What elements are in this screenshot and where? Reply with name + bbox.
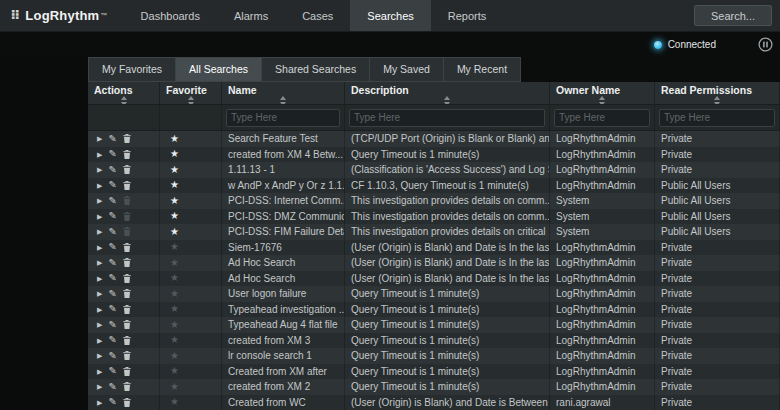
table-row[interactable]: ▶ ✎ ★ created from XM 3 Query Timeout is… xyxy=(88,333,780,349)
run-search-icon[interactable]: ▶ xyxy=(97,337,102,344)
run-search-icon[interactable]: ▶ xyxy=(97,197,102,204)
delete-icon[interactable] xyxy=(123,181,131,190)
run-search-icon[interactable]: ▶ xyxy=(97,321,102,328)
edit-icon[interactable]: ✎ xyxy=(108,165,116,175)
edit-icon[interactable]: ✎ xyxy=(108,320,116,330)
edit-icon[interactable]: ✎ xyxy=(108,289,116,299)
column-header-actions[interactable]: Actions xyxy=(88,82,160,104)
run-search-icon[interactable]: ▶ xyxy=(97,166,102,173)
favorite-star[interactable]: ★ xyxy=(170,382,179,392)
favorite-star[interactable]: ★ xyxy=(170,134,179,144)
edit-icon[interactable]: ✎ xyxy=(108,134,116,144)
favorite-star[interactable]: ★ xyxy=(170,335,179,345)
edit-icon[interactable]: ✎ xyxy=(108,304,116,314)
favorite-star[interactable]: ★ xyxy=(170,273,179,283)
favorite-star[interactable]: ★ xyxy=(170,304,179,314)
table-row[interactable]: ▶ ✎ ★ PCI-DSS: DMZ Communic... This inve… xyxy=(88,209,780,225)
delete-icon[interactable] xyxy=(123,398,131,407)
table-row[interactable]: ▶ ✎ ★ Ad Hoc Search (User (Origin) is Bl… xyxy=(88,271,780,287)
table-row[interactable]: ▶ ✎ ★ Created from WC (User (Origin) is … xyxy=(88,395,780,410)
run-search-icon[interactable]: ▶ xyxy=(97,306,102,313)
delete-icon[interactable] xyxy=(123,258,131,267)
favorite-star[interactable]: ★ xyxy=(170,397,179,407)
tab-my-favorites[interactable]: My Favorites xyxy=(88,57,176,82)
table-row[interactable]: ▶ ✎ ★ Typeahead Aug 4 flat file Query Ti… xyxy=(88,317,780,333)
global-search-button[interactable]: Search... xyxy=(694,5,772,26)
table-row[interactable]: ▶ ✎ ★ User logon failure Query Timeout i… xyxy=(88,286,780,302)
table-row[interactable]: ▶ ✎ ★ Created from XM after Query Timeou… xyxy=(88,364,780,380)
run-search-icon[interactable]: ▶ xyxy=(97,182,102,189)
owner-filter-input[interactable] xyxy=(554,109,650,127)
favorite-star[interactable]: ★ xyxy=(170,289,179,299)
delete-icon[interactable] xyxy=(123,289,131,298)
edit-icon[interactable]: ✎ xyxy=(108,335,116,345)
delete-icon[interactable] xyxy=(123,212,131,221)
table-row[interactable]: ▶ ✎ ★ PCI-DSS: Internet Comm... This inv… xyxy=(88,193,780,209)
delete-icon[interactable] xyxy=(123,336,131,345)
table-row[interactable]: ▶ ✎ ★ Siem-17676 (User (Origin) is Blank… xyxy=(88,240,780,256)
nav-searches[interactable]: Searches xyxy=(350,0,430,31)
table-row[interactable]: ▶ ✎ ★ 1.11.13 - 1 (Classification is 'Ac… xyxy=(88,162,780,178)
table-row[interactable]: ▶ ✎ ★ Typeahead investigation ... Query … xyxy=(88,302,780,318)
run-search-icon[interactable]: ▶ xyxy=(97,151,102,158)
favorite-star[interactable]: ★ xyxy=(170,351,179,361)
delete-icon[interactable] xyxy=(123,320,131,329)
tab-my-saved[interactable]: My Saved xyxy=(369,57,444,82)
favorite-star[interactable]: ★ xyxy=(170,196,179,206)
run-search-icon[interactable]: ▶ xyxy=(97,244,102,251)
name-filter-input[interactable] xyxy=(226,109,340,127)
edit-icon[interactable]: ✎ xyxy=(108,273,116,283)
favorite-star[interactable]: ★ xyxy=(170,366,179,376)
edit-icon[interactable]: ✎ xyxy=(108,382,116,392)
tab-my-recent[interactable]: My Recent xyxy=(443,57,521,82)
table-row[interactable]: ▶ ✎ ★ Search Feature Test (TCP/UDP Port … xyxy=(88,131,780,147)
column-header-description[interactable]: Description xyxy=(345,82,550,104)
favorite-star[interactable]: ★ xyxy=(170,242,179,252)
edit-icon[interactable]: ✎ xyxy=(108,180,116,190)
favorite-star[interactable]: ★ xyxy=(170,211,179,221)
edit-icon[interactable]: ✎ xyxy=(108,149,116,159)
delete-icon[interactable] xyxy=(123,196,131,205)
delete-icon[interactable] xyxy=(123,305,131,314)
table-row[interactable]: ▶ ✎ ★ created from XM 4 Betw... Query Ti… xyxy=(88,147,780,163)
nav-cases[interactable]: Cases xyxy=(285,0,350,31)
description-filter-input[interactable] xyxy=(349,109,545,127)
edit-icon[interactable]: ✎ xyxy=(108,258,116,268)
pause-updates-button[interactable] xyxy=(758,37,773,52)
column-header-favorite[interactable]: Favorite xyxy=(160,82,222,104)
delete-icon[interactable] xyxy=(123,274,131,283)
delete-icon[interactable] xyxy=(123,150,131,159)
delete-icon[interactable] xyxy=(123,227,131,236)
nav-reports[interactable]: Reports xyxy=(431,0,504,31)
nav-dashboards[interactable]: Dashboards xyxy=(124,0,217,31)
table-row[interactable]: ▶ ✎ ★ Ad Hoc Search (User (Origin) is Bl… xyxy=(88,255,780,271)
delete-icon[interactable] xyxy=(123,367,131,376)
table-row[interactable]: ▶ ✎ ★ lr console search 1 Query Timeout … xyxy=(88,348,780,364)
nav-alarms[interactable]: Alarms xyxy=(217,0,285,31)
favorite-star[interactable]: ★ xyxy=(170,165,179,175)
favorite-star[interactable]: ★ xyxy=(170,149,179,159)
run-search-icon[interactable]: ▶ xyxy=(97,368,102,375)
delete-icon[interactable] xyxy=(123,243,131,252)
edit-icon[interactable]: ✎ xyxy=(108,351,116,361)
favorite-star[interactable]: ★ xyxy=(170,180,179,190)
edit-icon[interactable]: ✎ xyxy=(108,242,116,252)
run-search-icon[interactable]: ▶ xyxy=(97,228,102,235)
run-search-icon[interactable]: ▶ xyxy=(97,275,102,282)
run-search-icon[interactable]: ▶ xyxy=(97,135,102,142)
permissions-filter-input[interactable] xyxy=(659,109,775,127)
tab-all-searches[interactable]: All Searches xyxy=(175,57,262,82)
table-row[interactable]: ▶ ✎ ★ created from XM 2 Query Timeout is… xyxy=(88,379,780,395)
column-header-read-permissions[interactable]: Read Permissions xyxy=(655,82,780,104)
run-search-icon[interactable]: ▶ xyxy=(97,213,102,220)
run-search-icon[interactable]: ▶ xyxy=(97,399,102,406)
edit-icon[interactable]: ✎ xyxy=(108,366,116,376)
tab-shared-searches[interactable]: Shared Searches xyxy=(261,57,370,82)
run-search-icon[interactable]: ▶ xyxy=(97,259,102,266)
run-search-icon[interactable]: ▶ xyxy=(97,383,102,390)
run-search-icon[interactable]: ▶ xyxy=(97,352,102,359)
edit-icon[interactable]: ✎ xyxy=(108,227,116,237)
favorite-star[interactable]: ★ xyxy=(170,258,179,268)
edit-icon[interactable]: ✎ xyxy=(108,196,116,206)
run-search-icon[interactable]: ▶ xyxy=(97,290,102,297)
